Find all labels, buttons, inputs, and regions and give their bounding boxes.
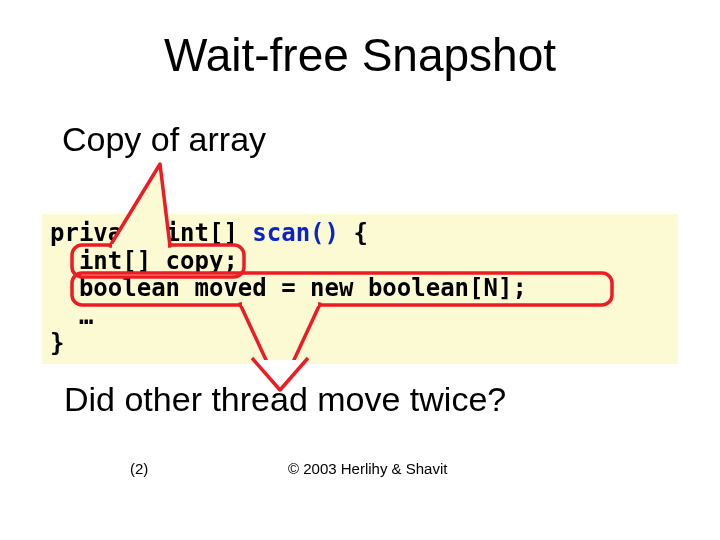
code-line-2: int[] copy;: [50, 247, 238, 275]
code-line-5: }: [50, 329, 64, 357]
annotation-did-other-thread: Did other thread move twice?: [64, 380, 506, 419]
copyright: © 2003 Herlihy & Shavit: [288, 460, 447, 477]
code-scan-fn: scan(): [252, 219, 339, 247]
slide-title: Wait-free Snapshot: [0, 28, 720, 82]
page-number: (2): [130, 460, 148, 477]
annotation-copy-of-array: Copy of array: [62, 120, 266, 159]
code-line-3: boolean moved = new boolean[N];: [50, 274, 527, 302]
code-line-1a: private int[]: [50, 219, 252, 247]
slide: Wait-free Snapshot Copy of array private…: [0, 0, 720, 540]
code-line-4: …: [50, 302, 93, 330]
code-block: private int[] scan() { int[] copy; boole…: [42, 214, 678, 364]
code-line-1c: {: [339, 219, 368, 247]
